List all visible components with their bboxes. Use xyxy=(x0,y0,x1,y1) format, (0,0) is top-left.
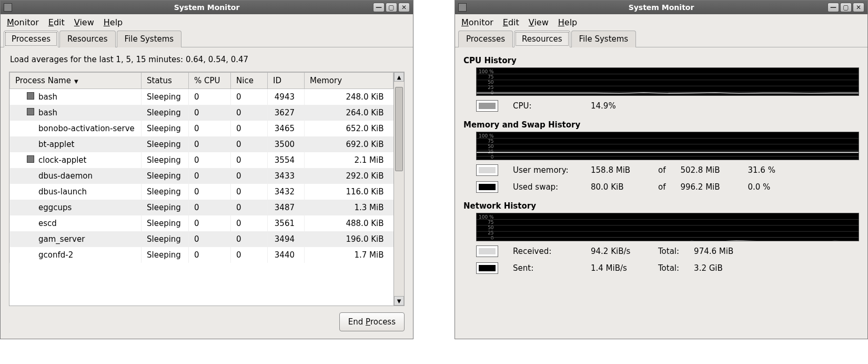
tab-filesystems[interactable]: File Systems xyxy=(117,31,182,47)
table-row[interactable]: dbus-daemonSleeping003433292.0 KiB xyxy=(10,168,393,184)
cell-cpu: 0 xyxy=(189,168,231,184)
tabbar: Processes Resources File Systems xyxy=(455,30,867,47)
cell-process-name: dbus-daemon xyxy=(10,168,142,184)
tab-processes[interactable]: Processes xyxy=(4,31,58,47)
vertical-scrollbar[interactable]: ▲ ▼ xyxy=(393,72,404,306)
tab-processes[interactable]: Processes xyxy=(458,31,513,47)
cell-cpu: 0 xyxy=(189,121,231,136)
process-table-container: Process Name Status % CPU Nice ID Memory… xyxy=(9,72,405,306)
received-total: 974.6 MiB xyxy=(694,247,746,256)
cell-id: 3561 xyxy=(268,215,305,231)
col-cpu[interactable]: % CPU xyxy=(189,73,231,89)
cell-cpu: 0 xyxy=(189,231,231,247)
cell-cpu: 0 xyxy=(189,247,231,263)
col-nice[interactable]: Nice xyxy=(231,73,268,89)
cell-memory: 248.0 KiB xyxy=(305,89,393,105)
tab-resources[interactable]: Resources xyxy=(514,31,570,47)
cell-id: 3433 xyxy=(268,168,305,184)
table-row[interactable]: bt-appletSleeping003500692.0 KiB xyxy=(10,136,393,152)
cell-cpu: 0 xyxy=(189,89,231,105)
menu-view[interactable]: View xyxy=(529,17,549,27)
cell-status: Sleeping xyxy=(142,231,189,247)
user-memory-value: 158.8 MiB xyxy=(591,165,643,175)
cpu-value: 14.9% xyxy=(591,101,643,111)
cell-id: 4943 xyxy=(268,89,305,105)
cell-memory: 292.0 KiB xyxy=(305,168,393,184)
minimize-button[interactable]: — xyxy=(373,3,385,12)
menu-help[interactable]: Help xyxy=(558,17,577,27)
cell-process-name: gconfd-2 xyxy=(10,247,142,263)
menu-edit[interactable]: Edit xyxy=(503,17,519,27)
tab-filesystems[interactable]: File Systems xyxy=(571,31,637,47)
col-memory[interactable]: Memory xyxy=(305,73,393,89)
cell-id: 3465 xyxy=(268,121,305,136)
used-swap-total: 996.2 MiB xyxy=(680,182,733,192)
titlebar[interactable]: System Monitor — ▢ ✕ xyxy=(455,1,867,14)
maximize-button[interactable]: ▢ xyxy=(840,3,852,12)
cpu-label: CPU: xyxy=(513,101,576,111)
cell-nice: 0 xyxy=(231,136,268,152)
table-row[interactable]: dbus-launchSleeping003432116.0 KiB xyxy=(10,184,393,200)
tab-resources[interactable]: Resources xyxy=(59,31,116,47)
minimize-button[interactable]: — xyxy=(827,3,839,12)
menu-monitor[interactable]: Monitor xyxy=(7,17,39,27)
cell-memory: 488.0 KiB xyxy=(305,215,393,231)
network-history-graph: 100 %7550250 xyxy=(476,213,859,241)
sent-rate: 1.4 MiB/s xyxy=(591,263,643,273)
cell-cpu: 0 xyxy=(189,152,231,168)
cell-id: 3494 xyxy=(268,231,305,247)
total-label: Total: xyxy=(658,247,679,256)
used-swap-swatch[interactable] xyxy=(476,181,498,193)
col-id[interactable]: ID xyxy=(268,73,305,89)
cell-cpu: 0 xyxy=(189,200,231,215)
cell-status: Sleeping xyxy=(142,168,189,184)
app-icon xyxy=(458,3,467,12)
cell-process-name: dbus-launch xyxy=(10,184,142,200)
cell-status: Sleeping xyxy=(142,136,189,152)
process-table: Process Name Status % CPU Nice ID Memory… xyxy=(9,72,393,263)
cell-nice: 0 xyxy=(231,152,268,168)
cell-cpu: 0 xyxy=(189,105,231,121)
scroll-thumb[interactable] xyxy=(395,87,403,171)
cell-memory: 2.1 MiB xyxy=(305,152,393,168)
cell-memory: 652.0 KiB xyxy=(305,121,393,136)
scroll-down-icon[interactable]: ▼ xyxy=(394,296,404,306)
menu-edit[interactable]: Edit xyxy=(48,17,65,27)
table-row[interactable]: escdSleeping003561488.0 KiB xyxy=(10,215,393,231)
process-icon xyxy=(27,92,34,100)
menu-view[interactable]: View xyxy=(74,17,94,27)
user-memory-total: 502.8 MiB xyxy=(680,165,733,175)
col-status[interactable]: Status xyxy=(142,73,189,89)
received-label: Received: xyxy=(513,247,576,256)
cell-nice: 0 xyxy=(231,231,268,247)
end-process-button[interactable]: End Process xyxy=(339,312,405,331)
table-row[interactable]: bashSleeping003627264.0 KiB xyxy=(10,105,393,121)
cell-nice: 0 xyxy=(231,168,268,184)
cell-process-name: gam_server xyxy=(10,231,142,247)
scroll-up-icon[interactable]: ▲ xyxy=(394,72,404,82)
cell-status: Sleeping xyxy=(142,215,189,231)
menu-help[interactable]: Help xyxy=(104,17,123,27)
table-row[interactable]: clock-appletSleeping0035542.1 MiB xyxy=(10,152,393,168)
received-swatch[interactable] xyxy=(476,245,498,257)
menu-monitor[interactable]: Monitor xyxy=(461,17,493,27)
titlebar[interactable]: System Monitor — ▢ ✕ xyxy=(1,1,413,14)
table-row[interactable]: bashSleeping004943248.0 KiB xyxy=(10,89,393,105)
close-button[interactable]: ✕ xyxy=(398,3,410,12)
maximize-button[interactable]: ▢ xyxy=(386,3,397,12)
sent-swatch[interactable] xyxy=(476,262,498,274)
table-row[interactable]: eggcupsSleeping0034871.3 MiB xyxy=(10,200,393,215)
close-button[interactable]: ✕ xyxy=(853,3,864,12)
sent-total: 3.2 GiB xyxy=(694,263,746,273)
user-memory-swatch[interactable] xyxy=(476,164,498,176)
process-icon xyxy=(27,155,34,163)
cpu-color-swatch[interactable] xyxy=(476,100,498,112)
table-row[interactable]: bonobo-activation-serveSleeping003465652… xyxy=(10,121,393,136)
table-row[interactable]: gconfd-2Sleeping0034401.7 MiB xyxy=(10,247,393,263)
cell-nice: 0 xyxy=(231,89,268,105)
received-rate: 94.2 KiB/s xyxy=(591,247,643,256)
col-process-name[interactable]: Process Name xyxy=(10,73,142,89)
table-row[interactable]: gam_serverSleeping003494196.0 KiB xyxy=(10,231,393,247)
cell-cpu: 0 xyxy=(189,184,231,200)
sent-label: Sent: xyxy=(513,263,576,273)
